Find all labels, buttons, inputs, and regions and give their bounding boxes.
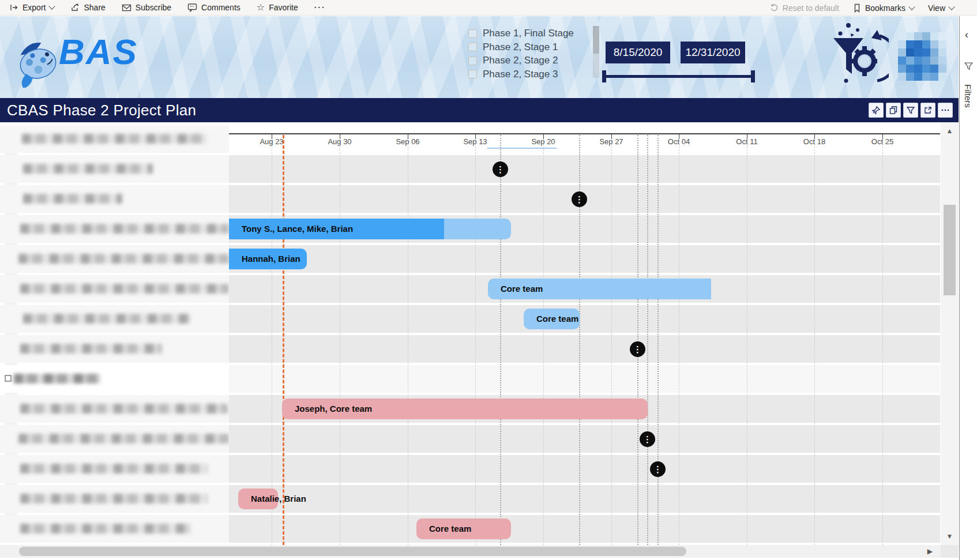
task-label-redacted[interactable]: [20, 404, 228, 414]
avatar-pixel: [930, 32, 938, 40]
pixelated-avatar: [898, 32, 946, 81]
bookmark-icon: [853, 3, 861, 13]
more-options-button[interactable]: ···: [314, 3, 326, 12]
expand-filters-button[interactable]: ‹: [965, 29, 968, 41]
chart-row-band: [229, 455, 940, 483]
pin-icon: [871, 106, 881, 115]
chevron-down-icon: [908, 3, 915, 10]
date-range-slider[interactable]: [603, 75, 753, 78]
scrollbar-corner: [941, 545, 959, 558]
avatar-pixel: [938, 57, 946, 65]
share-button[interactable]: Share: [70, 3, 105, 12]
task-label-redacted[interactable]: [23, 164, 153, 174]
milestone-icon[interactable]: ⋮: [493, 161, 508, 177]
report-page: Export Share Subscribe: [0, 0, 977, 560]
pin-visual-button[interactable]: [869, 103, 884, 118]
task-label-redacted[interactable]: [14, 374, 100, 384]
slider-handle-right[interactable]: [751, 70, 755, 82]
reset-to-default-button[interactable]: Reset to default: [770, 3, 839, 13]
axis-tick-label: Oct 25: [871, 137, 893, 146]
scroll-down-arrow[interactable]: ▼: [941, 532, 959, 540]
subscribe-label: Subscribe: [136, 3, 171, 12]
legend-scrollbar-thumb[interactable]: [593, 26, 599, 54]
week-gridline: [679, 135, 679, 545]
task-label-redacted[interactable]: [20, 224, 229, 234]
phase-checkbox[interactable]: [468, 43, 477, 51]
task-label-redacted[interactable]: [20, 524, 190, 533]
task-label-redacted[interactable]: [20, 284, 229, 294]
axis-tick-label: Sep 06: [396, 137, 419, 146]
chart-row-band: [229, 485, 940, 513]
avatar-pixel: [938, 65, 946, 73]
task-label-redacted[interactable]: [20, 344, 162, 354]
phase-checkbox[interactable]: [468, 57, 477, 65]
subscribe-button[interactable]: Subscribe: [122, 3, 171, 12]
phase-checkbox[interactable]: [468, 70, 477, 78]
avatar-pixel: [930, 65, 938, 73]
scroll-up-arrow[interactable]: ▲: [941, 127, 959, 135]
filter-visual-button[interactable]: [903, 103, 918, 118]
visual-more-options-button[interactable]: [938, 103, 953, 118]
scroll-right-arrow[interactable]: ▶: [927, 547, 933, 555]
week-gridline: [747, 135, 747, 545]
avatar-pixel: [922, 57, 930, 65]
milestone-guide-line: [500, 135, 501, 545]
task-label-redacted[interactable]: [20, 494, 208, 503]
legend-row: Phase 2, Stage 1: [468, 42, 558, 53]
focus-mode-button[interactable]: [920, 103, 935, 118]
task-label-redacted[interactable]: [18, 434, 229, 444]
view-menu[interactable]: View: [928, 3, 954, 13]
avatar-pixel: [914, 65, 922, 73]
vertical-scrollbar-thumb[interactable]: [944, 205, 956, 295]
chart-row-band: [229, 245, 940, 273]
slider-handle-left[interactable]: [602, 70, 606, 82]
horizontal-scrollbar[interactable]: ▶: [0, 545, 941, 558]
gantt-bar-label: Core team: [501, 279, 543, 299]
vertical-scrollbar[interactable]: ▲ ▼: [941, 122, 959, 545]
task-label-redacted[interactable]: [23, 194, 122, 204]
avatar-pixel: [922, 48, 930, 57]
chart-row-band: [229, 425, 940, 453]
task-label-redacted[interactable]: [22, 134, 206, 144]
comments-button[interactable]: Comments: [187, 3, 241, 12]
task-label-redacted[interactable]: [20, 464, 208, 473]
milestone-icon[interactable]: ⋮: [630, 341, 645, 357]
phase-checkbox[interactable]: [468, 29, 477, 38]
milestone-icon[interactable]: ⋮: [572, 191, 587, 207]
export-icon: [9, 3, 18, 12]
avatar-pixel: [906, 65, 914, 73]
filters-funnel-icon: [964, 61, 974, 71]
chart-row-band: [229, 515, 940, 543]
avatar-pixel: [898, 57, 906, 65]
milestone-icon[interactable]: ⋮: [650, 461, 666, 477]
week-gridline: [340, 135, 340, 545]
legend-row: Phase 2, Stage 2: [468, 55, 558, 66]
view-label: View: [928, 3, 945, 13]
axis-tick-label: Sep 27: [599, 137, 623, 146]
avatar-pixel: [930, 48, 938, 57]
ellipsis-icon: [941, 106, 950, 115]
task-label-redacted[interactable]: [23, 314, 190, 324]
chevron-down-icon: [49, 3, 55, 9]
axis-tick-label: Sep 20: [531, 137, 555, 146]
group-expand-icon[interactable]: [5, 375, 12, 382]
milestone-icon[interactable]: ⋮: [640, 431, 655, 447]
task-label-redacted[interactable]: [18, 254, 229, 264]
axis-tick-label: Oct 11: [736, 137, 757, 146]
page-title: CBAS Phase 2 Project Plan: [0, 102, 196, 119]
copy-visual-button[interactable]: [886, 103, 901, 118]
start-date-input[interactable]: 8/15/2020: [606, 42, 670, 63]
bookmarks-menu[interactable]: Bookmarks: [853, 3, 914, 13]
phase-checkbox-label: Phase 2, Stage 3: [483, 69, 558, 80]
horizontal-scrollbar-thumb[interactable]: [19, 547, 686, 556]
gantt-bar-label: Natalie, Brian: [251, 488, 306, 509]
avatar-pixel: [906, 40, 914, 48]
avatar-pixel: [914, 48, 922, 57]
end-date-input[interactable]: 12/31/2020: [681, 42, 745, 63]
reset-icon: [770, 3, 779, 12]
week-gridline: [814, 135, 815, 545]
export-menu[interactable]: Export: [9, 3, 54, 12]
legend-scrollbar[interactable]: [593, 26, 599, 78]
milestone-guide-line: [647, 135, 648, 545]
favorite-button[interactable]: ☆ Favorite: [257, 3, 298, 12]
